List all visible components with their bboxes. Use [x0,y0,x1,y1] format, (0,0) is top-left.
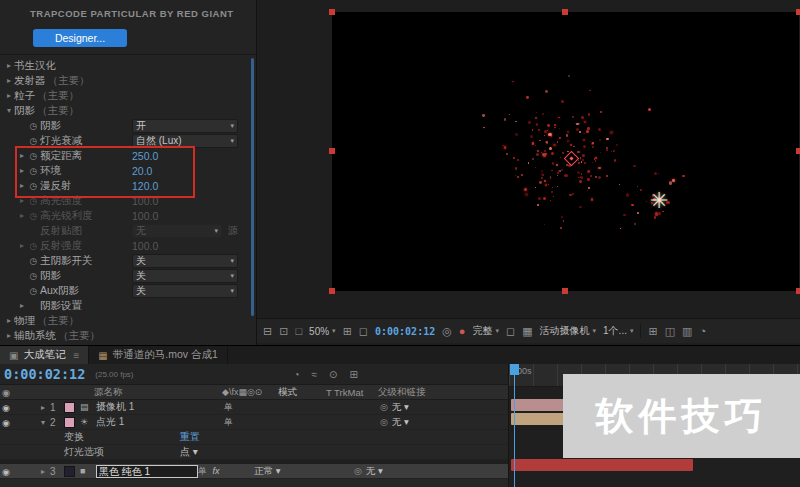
value-scrubber[interactable]: 100.0 [132,240,158,252]
value-dropdown[interactable]: 自然 (Lux)▾ [132,134,238,148]
pixel-aspect-icon[interactable]: ⊞ [648,325,657,338]
selection-handle[interactable] [562,9,568,15]
region-of-interest-icon[interactable]: ◻ [506,325,515,338]
designer-button[interactable]: Designer... [33,29,127,47]
value-dropdown[interactable]: 关▾ [132,254,238,268]
show-channel-icon[interactable]: ● [459,325,466,337]
effect-row-15[interactable]: ◷Aux阴影关▾ [0,283,256,298]
stopwatch-icon[interactable]: ◷ [27,166,40,176]
pickwhip-icon[interactable]: ◎ [380,402,388,412]
layer-switches[interactable]: 单 fx [198,465,254,478]
twirl-icon[interactable]: ▸ [17,301,27,310]
label-color-chip[interactable] [64,466,75,477]
selection-handle[interactable] [329,9,335,15]
property-group-label[interactable]: 灯光选项 [64,445,180,459]
effect-row-17[interactable]: ▸物理（主要） [0,313,256,328]
mask-visibility-icon[interactable]: ◻ [359,325,368,338]
twirl-icon[interactable]: ▸ [17,151,27,160]
stopwatch-icon[interactable]: ◷ [27,256,40,266]
visibility-eye-icon[interactable]: ◉ [2,403,10,413]
twirl-icon[interactable]: ▸ [17,211,27,220]
twirl-icon[interactable]: ▸ [17,196,27,205]
effect-row-13[interactable]: ◷主阴影开关关▾ [0,253,256,268]
effects-scrollbar[interactable] [251,58,254,316]
effect-row-18[interactable]: ▸辅助系统（主要） [0,328,256,343]
effect-row-0[interactable]: ▸书生汉化 [0,58,256,73]
preview-time-display[interactable]: 0:00:02:12 [375,326,435,337]
source-name-header[interactable]: 源名称 [94,386,222,399]
motion-blur-icon[interactable]: ⊙ [329,369,337,380]
value-scrubber[interactable]: 250.0 [132,150,158,162]
parent-dropdown[interactable]: 无 ▾ [392,416,409,429]
layer-twirl-icon[interactable]: ▸ [36,467,50,476]
flowchart-icon[interactable]: ▥ [682,325,692,338]
visibility-eye-icon[interactable]: ◉ [2,418,10,428]
mode-dropdown[interactable]: 正常 ▾ [254,465,302,478]
property-dropdown[interactable]: 点 ▾ [180,445,198,459]
tab-comp-2[interactable]: ▦ 带通道的马.mov 合成1 [89,346,227,364]
dropdown-extra[interactable]: 源 [228,224,238,238]
playhead[interactable] [514,364,515,487]
effect-row-7[interactable]: ▸◷环境20.0 [0,163,256,178]
value-scrubber[interactable]: 100.0 [132,195,158,207]
label-color-chip[interactable] [64,402,75,413]
twirl-icon[interactable]: ▾ [4,106,14,115]
shy-icon[interactable]: ◔ [294,369,300,380]
twirl-icon[interactable]: ▸ [17,166,27,175]
mode-header[interactable]: 模式 [278,386,326,399]
selection-handle[interactable] [796,9,800,15]
panel-menu-icon[interactable]: ≡ [73,350,79,361]
stopwatch-icon[interactable]: ◷ [27,121,40,131]
value-scrubber[interactable]: 120.0 [132,180,158,192]
stopwatch-icon[interactable]: ◷ [27,196,40,206]
layer-name[interactable]: 点光 1 [96,415,224,429]
light-gizmo-icon[interactable]: ✳ [650,190,668,212]
label-color-chip[interactable] [64,417,75,428]
window-icon[interactable]: □ [295,325,302,337]
layer-duration-bar[interactable] [511,459,693,471]
stopwatch-icon[interactable]: ◷ [27,211,40,221]
layer-twirl-icon[interactable]: ▾ [36,418,50,427]
composition-viewport[interactable]: ✳ [332,12,799,291]
current-time-display[interactable]: 0:00:02:12 [4,366,85,382]
selection-handle[interactable] [562,288,568,294]
snapshot-icon[interactable]: ◎ [442,325,452,338]
selection-handle[interactable] [329,148,335,154]
layer-twirl-icon[interactable]: ▸ [36,403,50,412]
value-scrubber[interactable]: 20.0 [132,165,152,177]
parent-link-header[interactable]: 父级和链接 [378,386,466,399]
effect-row-1[interactable]: ▸发射器（主要） [0,73,256,88]
effect-row-8[interactable]: ▸◷漫反射120.0 [0,178,256,193]
effect-row-3[interactable]: ▾阴影（主要） [0,103,256,118]
value-dropdown[interactable]: 关▾ [132,269,238,283]
reset-link[interactable]: 重置 [180,430,200,444]
parent-dropdown[interactable]: 无 ▾ [366,465,383,478]
stopwatch-icon[interactable]: ◷ [27,151,40,161]
view-count-dropdown[interactable]: 1个...▾ [603,324,633,338]
stopwatch-icon[interactable]: ◷ [27,181,40,191]
exposure-icon[interactable]: ◔ [700,325,707,337]
effect-row-2[interactable]: ▸粒子（主要） [0,88,256,103]
value-dropdown[interactable]: 关▾ [132,284,238,298]
effect-row-5[interactable]: ◷灯光衰减自然 (Lux)▾ [0,133,256,148]
frame-blend-icon[interactable]: ≈ [312,369,318,380]
value-scrubber[interactable]: 100.0 [132,210,158,222]
selection-handle[interactable] [329,288,335,294]
screen-layout-icon[interactable]: ⊡ [279,325,288,338]
stopwatch-icon[interactable]: ◷ [27,271,40,281]
effect-row-14[interactable]: ◷阴影关▾ [0,268,256,283]
layer-switches[interactable]: 单 [224,416,280,429]
value-dropdown[interactable]: 无▾ [132,224,222,238]
value-dropdown[interactable]: 开▾ [132,119,238,133]
effect-row-11[interactable]: 反射贴图无▾源 [0,223,256,238]
effect-row-6[interactable]: ▸◷额定距离250.0 [0,148,256,163]
twirl-icon[interactable]: ▸ [4,76,14,85]
twirl-icon[interactable]: ▸ [17,181,27,190]
resolution-dropdown[interactable]: 完整▾ [472,324,499,338]
twirl-icon[interactable]: ▸ [4,61,14,70]
twirl-icon[interactable]: ▸ [4,316,14,325]
selection-handle[interactable] [796,148,800,154]
pickwhip-icon[interactable]: ◎ [354,466,362,476]
layer-name[interactable]: 黑色 纯色 1 [96,465,198,478]
property-group-label[interactable]: 变换 [64,430,180,444]
